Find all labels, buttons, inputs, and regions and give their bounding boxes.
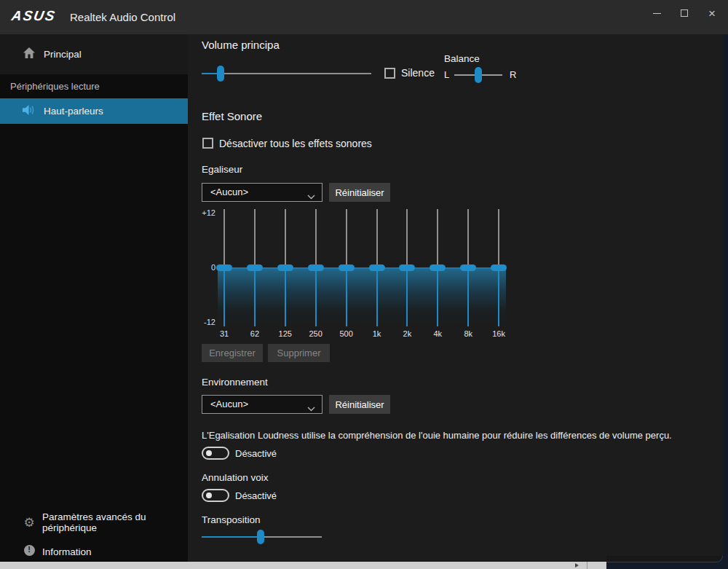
eq-track-lower xyxy=(315,268,317,327)
voice-cancellation-state-label: Désactivé xyxy=(235,490,277,501)
eq-track-lower xyxy=(498,268,499,327)
sidebar-item-speakers[interactable]: Haut-parleurs xyxy=(0,98,188,124)
loudness-state-label: Désactivé xyxy=(235,448,277,459)
eq-band-frequency-label: 2k xyxy=(392,329,422,338)
equalizer-label: Egaliseur xyxy=(202,164,242,175)
eq-band-handle[interactable] xyxy=(430,264,446,271)
silence-checkbox[interactable] xyxy=(384,68,395,79)
eq-band-handle[interactable] xyxy=(491,264,507,271)
volume-slider-track[interactable] xyxy=(202,73,371,74)
sidebar-item-principal[interactable]: Principal xyxy=(0,42,188,66)
disable-all-effects-label: Désactiver tous les effets sonores xyxy=(219,138,372,149)
eq-band-frequency-label: 8k xyxy=(454,329,483,338)
sidebar-section-label: Périphériques lecture xyxy=(10,81,100,92)
equalizer-reset-button[interactable]: Réinitialiser xyxy=(329,183,390,202)
eq-band-2k: 2k xyxy=(399,209,415,340)
chevron-down-icon xyxy=(307,189,315,203)
minimize-icon xyxy=(653,13,661,14)
transposition-label: Transposition xyxy=(202,514,261,525)
eq-track-upper xyxy=(223,209,225,268)
eq-delete-button[interactable]: Supprimer xyxy=(268,344,330,362)
sidebar-item-information[interactable]: Information xyxy=(0,539,188,564)
close-button[interactable]: × xyxy=(699,1,725,25)
eq-track-lower xyxy=(437,268,438,327)
eq-band-62: 62 xyxy=(247,209,263,340)
sidebar: Principal Périphériques lecture Haut-par… xyxy=(0,34,188,569)
main-volume-slider[interactable] xyxy=(202,66,371,82)
maximize-icon xyxy=(681,9,688,17)
eq-band-125: 125 xyxy=(277,209,293,340)
transposition-slider[interactable] xyxy=(202,530,322,544)
scrollbar-arrow-icon xyxy=(575,563,579,568)
balance-left-label: L xyxy=(444,69,449,80)
speaker-icon xyxy=(22,105,36,117)
eq-band-16k: 16k xyxy=(491,209,507,340)
disable-all-effects-checkbox[interactable] xyxy=(202,138,213,149)
home-icon xyxy=(22,47,36,60)
eq-band-handle[interactable] xyxy=(339,264,355,271)
sidebar-item-label: Information xyxy=(42,546,92,557)
eq-scale-max: +12 xyxy=(197,208,215,217)
eq-track-upper xyxy=(406,209,408,268)
eq-band-frequency-label: 125 xyxy=(271,329,300,338)
eq-track-upper xyxy=(467,209,469,268)
eq-track-lower xyxy=(223,268,225,327)
environment-preset-dropdown[interactable]: <Aucun> xyxy=(202,395,323,414)
transposition-slider-fill xyxy=(202,536,261,538)
eq-track-upper xyxy=(437,209,438,268)
eq-band-frequency-label: 1k xyxy=(363,329,392,338)
eq-band-31: 31 xyxy=(216,209,232,340)
eq-track-upper xyxy=(376,209,378,268)
voice-cancellation-toggle[interactable] xyxy=(202,489,229,502)
eq-track-upper xyxy=(346,209,347,268)
eq-band-1k: 1k xyxy=(369,209,385,340)
balance-slider[interactable] xyxy=(454,67,502,83)
horizontal-scrollbar[interactable] xyxy=(0,562,606,569)
eq-save-button[interactable]: Enregistrer xyxy=(202,344,263,362)
transposition-slider-handle[interactable] xyxy=(257,530,264,544)
eq-band-handle[interactable] xyxy=(247,264,263,271)
eq-track-upper xyxy=(498,209,499,268)
environment-preset-value: <Aucun> xyxy=(210,399,248,409)
eq-track-upper xyxy=(285,209,286,268)
eq-band-handle[interactable] xyxy=(369,264,385,271)
eq-band-500: 500 xyxy=(339,209,355,340)
eq-band-handle[interactable] xyxy=(216,264,232,271)
sidebar-item-label: Principal xyxy=(44,49,82,60)
eq-band-handle[interactable] xyxy=(460,264,476,271)
toggle-knob xyxy=(206,450,212,456)
window-title: Realtek Audio Control xyxy=(70,11,175,23)
balance-slider-handle[interactable] xyxy=(475,67,482,83)
eq-track-lower xyxy=(376,268,378,327)
sidebar-item-advanced-settings[interactable]: ⚙ Paramètres avancés du périphérique xyxy=(0,510,188,535)
eq-track-lower xyxy=(254,268,256,327)
voice-cancellation-label: Annulation voix xyxy=(202,472,269,483)
window-rounded-corner xyxy=(606,556,723,562)
environment-reset-button[interactable]: Réinitialiser xyxy=(329,395,390,414)
equalizer-preset-dropdown[interactable]: <Aucun> xyxy=(202,183,323,202)
eq-track-lower xyxy=(406,268,408,327)
eq-band-frequency-label: 31 xyxy=(210,329,239,338)
volume-section-title: Volume principa xyxy=(202,39,280,51)
eq-track-lower xyxy=(346,268,347,327)
minimize-button[interactable] xyxy=(644,1,670,25)
silence-label: Silence xyxy=(401,67,435,79)
sound-effects-title: Effet Sonore xyxy=(202,110,262,122)
eq-band-frequency-label: 4k xyxy=(423,329,452,338)
title-bar: ASUS Realtek Audio Control × xyxy=(0,0,728,34)
equalizer-preset-value: <Aucun> xyxy=(210,187,248,197)
sidebar-item-label: Paramètres avancés du périphérique xyxy=(42,511,188,533)
volume-slider-handle[interactable] xyxy=(217,66,224,82)
eq-band-handle[interactable] xyxy=(277,264,293,271)
maximize-button[interactable] xyxy=(671,1,697,25)
eq-scale-mid: 0 xyxy=(197,263,215,272)
gear-icon: ⚙ xyxy=(22,517,36,529)
loudness-toggle[interactable] xyxy=(202,447,229,460)
window-right-edge xyxy=(723,34,728,556)
eq-band-handle[interactable] xyxy=(399,264,415,271)
toggle-knob xyxy=(206,493,212,498)
eq-band-frequency-label: 62 xyxy=(240,329,269,338)
realtek-audio-control-window: ASUS Realtek Audio Control × Principal P… xyxy=(0,0,728,569)
eq-track-lower xyxy=(467,268,469,327)
eq-band-handle[interactable] xyxy=(308,264,324,271)
